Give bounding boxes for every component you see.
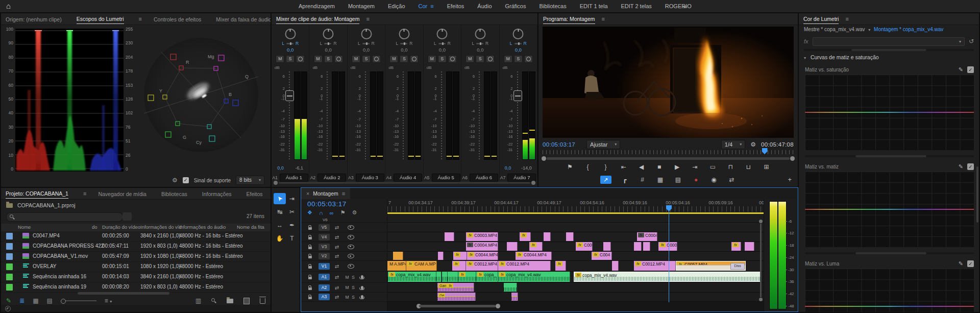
clip-c000[interactable]: fxC000 <box>576 242 593 251</box>
clip[interactable]: fx <box>452 261 466 271</box>
sync-status-icon[interactable] <box>5 306 11 311</box>
tab-bibliotecas[interactable]: Bibliotecas <box>161 189 187 199</box>
track-lock-icon[interactable] <box>301 254 318 258</box>
label-color-swatch[interactable] <box>6 284 13 291</box>
pan-knob[interactable] <box>513 29 524 39</box>
multicam-button[interactable]: ▤ <box>674 176 683 183</box>
timeline-horizontal-scrollbar[interactable] <box>387 304 764 308</box>
source-patch-icon[interactable]: ⇄ <box>330 225 344 230</box>
clip[interactable] <box>438 252 444 260</box>
eyedropper-icon[interactable]: ✎ <box>959 163 963 170</box>
clip-copa-mix-v4-wav[interactable]: fxcopa_mix_v4.wav <box>498 272 570 282</box>
track-mute-button[interactable]: M <box>344 285 350 290</box>
safe-margins-button[interactable]: ▭ <box>708 163 718 171</box>
multi-view-button[interactable]: ⊞ <box>762 163 771 171</box>
column-header-dura-o-do-v-deo[interactable]: Duração do vídeo <box>102 224 140 230</box>
clip[interactable] <box>442 272 448 282</box>
fader-track[interactable] <box>289 71 290 160</box>
fader-track[interactable] <box>441 71 442 160</box>
track-target-button[interactable]: A2 <box>318 284 330 291</box>
new-bin-button[interactable] <box>227 299 233 303</box>
column-header-informa-es-do-udio[interactable]: Informações do áudio <box>179 224 226 230</box>
source-patch-icon[interactable]: ⇄ <box>330 274 344 280</box>
lumetri-vertical-scrollbar[interactable] <box>976 166 978 223</box>
panel-menu-icon[interactable]: ≡ <box>366 16 369 22</box>
fader-track[interactable] <box>479 71 480 160</box>
program-mini-timeline[interactable] <box>543 150 794 154</box>
workspace-tab-edit-2-telas[interactable]: EDIT 2 telas <box>621 3 652 9</box>
workspace-tab-rogerio[interactable]: ROGERIO <box>665 3 692 9</box>
track-lock-icon[interactable] <box>301 275 318 279</box>
clip[interactable]: fx <box>555 261 566 271</box>
go-to-out-button[interactable]: ⇥ <box>691 163 700 171</box>
project-horizontal-scrollbar[interactable] <box>78 292 169 295</box>
tab-origem-nenhum-clipe[interactable]: Origem: (nenhum clipe) <box>6 14 62 24</box>
workspace-overflow-button[interactable]: » <box>683 3 687 10</box>
clip-c0003-mp4[interactable]: fxC0003.MP4 <box>466 232 498 241</box>
chevron-down-icon[interactable]: ▾ <box>868 28 870 32</box>
track-a3[interactable]: Ge <box>387 293 764 302</box>
curve-enabled-checkbox[interactable]: ✓ <box>967 260 974 267</box>
workspace-tab-udio[interactable]: Áudio <box>477 3 492 9</box>
clip-c0004[interactable]: fxC0004 <box>637 232 657 241</box>
toggle-track-output-icon[interactable] <box>344 245 357 249</box>
solo-button[interactable]: S <box>438 55 447 63</box>
icon-view-button[interactable]: ▦ <box>33 297 38 304</box>
toggle-track-output-icon[interactable] <box>344 254 357 258</box>
project-table-header[interactable]: NomedoDuração do vídeoInformações do víd… <box>1 224 271 231</box>
timeline-vertical-scrollbar[interactable] <box>759 220 763 301</box>
table-row[interactable]: OVERLAY00:00:15:011080 x 1920 (1,0)48000… <box>1 262 271 272</box>
fader-handle[interactable] <box>285 90 294 101</box>
clip-copa-mix-v4-wav[interactable]: fxcopa_mix_v4.wav <box>388 272 436 282</box>
track-lock-icon[interactable] <box>301 285 318 290</box>
clip-c0057-mp4[interactable]: fxC0057.MP4Diss <box>676 261 746 271</box>
find-button[interactable] <box>211 298 216 303</box>
clip-c004[interactable]: fxC004 <box>592 252 612 260</box>
track-lock-icon[interactable] <box>301 235 318 239</box>
pan-knob[interactable] <box>361 29 372 39</box>
reset-effect-icon[interactable]: ↺ <box>969 38 974 45</box>
fader-track[interactable] <box>327 71 328 160</box>
toggle-track-output-icon[interactable] <box>344 264 357 269</box>
panel-menu-icon[interactable]: ≡ <box>602 16 605 22</box>
transition-dissolve[interactable]: Diss <box>730 263 745 270</box>
workspace-tab-aprendizagem[interactable]: Aprendizagem <box>299 3 335 9</box>
record-arm-button[interactable] <box>486 55 495 63</box>
column-header-nome-da-fita[interactable]: Nome da fita <box>237 224 264 230</box>
solo-button[interactable]: S <box>476 55 484 63</box>
solo-button[interactable]: S <box>324 55 333 63</box>
track-target-button[interactable]: V4 <box>318 234 330 240</box>
track-v5[interactable] <box>387 223 764 232</box>
track-mute-button[interactable]: M <box>344 275 350 280</box>
clip[interactable] <box>634 242 642 251</box>
project-breadcrumb[interactable]: COPACABANA_1.prproj <box>17 202 76 208</box>
clip[interactable] <box>448 272 458 282</box>
clip[interactable]: fx <box>520 232 531 241</box>
button-editor-button[interactable]: + <box>788 176 792 183</box>
track-lock-icon[interactable] <box>301 295 318 299</box>
fader-track[interactable] <box>403 71 404 160</box>
source-patch-icon[interactable]: ⇄ <box>330 234 344 240</box>
zoom-slider[interactable] <box>61 300 96 301</box>
step-forward-button[interactable]: ▶ <box>673 163 682 171</box>
lumetri-preset-dropdown[interactable]: ▾ <box>813 37 965 46</box>
track-v4[interactable]: fxC0003.MP4fxfxC0004 <box>387 232 764 242</box>
label-color-swatch[interactable] <box>6 243 13 250</box>
clip[interactable]: fx <box>731 242 741 251</box>
mixer-tab[interactable]: Mixer de clipe de áudio: Montagem <box>276 14 359 24</box>
panel-menu-icon[interactable]: ≡ <box>139 16 142 22</box>
clip[interactable] <box>393 252 403 260</box>
workspace-tab-edi-o[interactable]: Edição <box>388 3 405 9</box>
zoom-fit-dropdown[interactable]: Ajustar ▾ <box>586 140 620 149</box>
bit-depth-dropdown[interactable]: 8 bits ▾ <box>236 176 264 185</box>
quick-export-button[interactable]: ↗ <box>600 176 611 184</box>
home-icon[interactable]: ⌂ <box>6 0 11 12</box>
export-frame-button[interactable]: ◉ <box>709 176 719 183</box>
program-video-viewport[interactable] <box>543 27 794 138</box>
new-item-button[interactable] <box>243 298 250 304</box>
clip-c0004-mp4[interactable]: fxC0004.MP4 <box>466 242 498 251</box>
track-target-button[interactable]: V2 <box>318 253 330 259</box>
table-row[interactable]: Sequência aninhada 1900:00:08:201920 x 8… <box>1 282 271 293</box>
table-row[interactable]: COPACABANA_V1.mov00:05:47:091920 x 1080 … <box>1 252 271 262</box>
track-v3[interactable]: fxC0004.MP4fxfxC000fxC000fx <box>387 242 764 252</box>
